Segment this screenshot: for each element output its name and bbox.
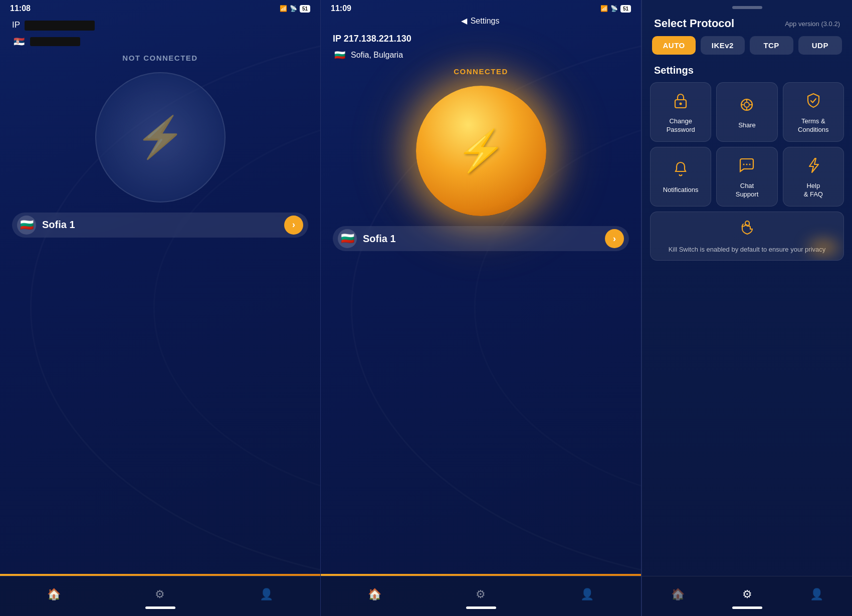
bottom-indicator-settings bbox=[732, 606, 762, 609]
tile-label-chat: ChatSupport bbox=[736, 182, 759, 199]
tile-label-share: Share bbox=[738, 121, 756, 130]
kill-switch-text: Kill Switch is enabled by default to ens… bbox=[669, 245, 826, 254]
server-arrow-left[interactable]: › bbox=[284, 216, 303, 235]
settings-header: Select Protocol App version (3.0.2) bbox=[642, 9, 852, 36]
svg-point-5 bbox=[746, 163, 748, 165]
app-version-label: App version (3.0.2) bbox=[785, 20, 840, 28]
flag-left: 🇷🇸 bbox=[12, 35, 26, 49]
lightning-area-center[interactable]: ⚡ bbox=[321, 76, 641, 226]
proto-udp[interactable]: UDP bbox=[798, 36, 842, 55]
back-chevron-icon: ◀ bbox=[461, 17, 467, 25]
settings-panel-title: Select Protocol bbox=[654, 17, 734, 30]
battery-center: 51 bbox=[620, 5, 631, 13]
tile-label-change-password: ChangePassword bbox=[667, 117, 695, 134]
tab-home-left[interactable]: 🏠 bbox=[39, 584, 69, 605]
tab-home-settings[interactable]: 🏠 bbox=[663, 584, 693, 605]
lightning-icon-center: ⚡ bbox=[456, 131, 506, 171]
server-name-left: Sofia 1 bbox=[36, 219, 284, 231]
ip-display-center: IP 217.138.221.130 bbox=[333, 34, 411, 44]
signal-icon-center: 📶 bbox=[600, 5, 608, 12]
country-row-left: 🇷🇸 bbox=[0, 33, 320, 51]
wifi-icon-left: 📡 bbox=[290, 5, 297, 12]
proto-ikev2[interactable]: IKEv2 bbox=[701, 36, 744, 55]
tile-notifications[interactable]: Notifications bbox=[650, 147, 711, 207]
ip-value-center: 217.138.221.130 bbox=[344, 34, 411, 44]
status-bar-center: 11:09 📶 📡 51 bbox=[321, 0, 641, 15]
wifi-icon-center: 📡 bbox=[610, 5, 618, 12]
country-name-left bbox=[30, 37, 80, 46]
protocol-section: AUTO IKEv2 TCP UDP bbox=[642, 36, 852, 63]
country-row-center: 🇧🇬 Sofia, Bulgaria bbox=[321, 46, 641, 64]
tile-label-help: Help& FAQ bbox=[804, 182, 823, 199]
bottom-bar-left: 🏠 ⚙ 👤 bbox=[0, 576, 320, 616]
bottom-bar-settings: 🏠 ⚙ 👤 bbox=[642, 576, 852, 616]
server-selector-left[interactable]: 🇧🇬 Sofia 1 › bbox=[12, 213, 308, 238]
ip-label-left: IP bbox=[12, 20, 20, 30]
tile-change-password[interactable]: ChangePassword bbox=[650, 82, 711, 142]
server-selector-center[interactable]: 🇧🇬 Sofia 1 › bbox=[333, 226, 629, 251]
flag-center: 🇧🇬 bbox=[333, 48, 347, 62]
tab-settings-settings[interactable]: ⚙ bbox=[734, 584, 760, 605]
kill-switch-blur bbox=[808, 240, 838, 255]
back-nav-center[interactable]: ◀ Settings bbox=[321, 15, 641, 29]
status-bar-left: 11:08 📶 📡 51 bbox=[0, 0, 320, 15]
tab-profile-center[interactable]: 👤 bbox=[572, 584, 602, 605]
connection-status-left: NOT CONNECTED bbox=[0, 51, 320, 62]
bottom-indicator-left bbox=[145, 606, 175, 609]
tab-profile-left[interactable]: 👤 bbox=[252, 584, 281, 605]
phone-center: 11:09 📶 📡 51 ◀ Settings IP 217.138.221.1… bbox=[321, 0, 641, 616]
svg-point-3 bbox=[744, 102, 749, 107]
proto-tcp[interactable]: TCP bbox=[750, 36, 793, 55]
settings-grid: ChangePassword Share Terms &Condition bbox=[642, 82, 852, 207]
tab-home-center[interactable]: 🏠 bbox=[360, 584, 389, 605]
time-left: 11:08 bbox=[10, 4, 31, 13]
server-flag-left: 🇧🇬 bbox=[17, 216, 36, 235]
help-lightning-icon bbox=[804, 156, 822, 177]
proto-auto[interactable]: AUTO bbox=[652, 36, 696, 55]
tile-label-notifications: Notifications bbox=[663, 186, 699, 194]
battery-left: 51 bbox=[300, 5, 310, 13]
tile-help-faq[interactable]: Help& FAQ bbox=[783, 147, 844, 207]
svg-point-4 bbox=[743, 163, 745, 165]
bottom-indicator-center bbox=[466, 606, 496, 609]
server-name-center: Sofia 1 bbox=[357, 233, 605, 245]
tile-chat-support[interactable]: ChatSupport bbox=[716, 147, 777, 207]
ip-row-center: IP 217.138.221.130 bbox=[321, 29, 641, 46]
settings-section-label: Settings bbox=[642, 63, 852, 82]
ip-label-center: IP bbox=[333, 34, 344, 44]
tab-settings-left[interactable]: ⚙ bbox=[147, 584, 173, 605]
tile-label-terms: Terms &Conditions bbox=[798, 117, 828, 134]
lightning-button-left[interactable]: ⚡ bbox=[95, 72, 226, 202]
tile-share[interactable]: Share bbox=[716, 82, 777, 142]
svg-point-1 bbox=[680, 103, 682, 105]
svg-point-6 bbox=[749, 163, 751, 165]
time-center: 11:09 bbox=[331, 4, 351, 13]
country-name-center: Sofia, Bulgaria bbox=[351, 51, 403, 60]
signal-icon-left: 📶 bbox=[280, 5, 287, 12]
connection-status-center: CONNECTED bbox=[321, 64, 641, 76]
lock-icon bbox=[672, 92, 690, 112]
tab-settings-center[interactable]: ⚙ bbox=[468, 584, 494, 605]
shield-check-icon bbox=[804, 92, 822, 112]
share-icon bbox=[738, 96, 756, 116]
tab-profile-settings[interactable]: 👤 bbox=[802, 584, 831, 605]
lightning-area-left[interactable]: ⚡ bbox=[0, 62, 320, 213]
status-icons-center: 📶 📡 51 bbox=[600, 5, 631, 13]
server-flag-center: 🇧🇬 bbox=[338, 229, 357, 248]
chat-icon bbox=[738, 156, 756, 177]
kill-switch-icon bbox=[738, 219, 756, 241]
lightning-icon-left: ⚡ bbox=[135, 117, 185, 157]
status-icons-left: 📶 📡 51 bbox=[280, 5, 310, 13]
server-arrow-center[interactable]: › bbox=[605, 229, 624, 248]
back-label: Settings bbox=[471, 17, 500, 25]
bottom-bar-center: 🏠 ⚙ 👤 bbox=[321, 576, 641, 616]
kill-switch-section: Kill Switch is enabled by default to ens… bbox=[642, 207, 852, 261]
phone-left: 11:08 📶 📡 51 IP 🇷🇸 NOT CONNECTED ⚡ 🇧🇬 So… bbox=[0, 0, 320, 616]
ip-value-left bbox=[25, 21, 95, 31]
tile-terms[interactable]: Terms &Conditions bbox=[783, 82, 844, 142]
settings-panel: Select Protocol App version (3.0.2) AUTO… bbox=[642, 0, 852, 616]
lightning-button-center[interactable]: ⚡ bbox=[416, 86, 546, 216]
kill-switch-tile[interactable]: Kill Switch is enabled by default to ens… bbox=[650, 212, 844, 261]
bell-icon bbox=[672, 160, 690, 181]
ip-row-left: IP bbox=[0, 15, 320, 33]
